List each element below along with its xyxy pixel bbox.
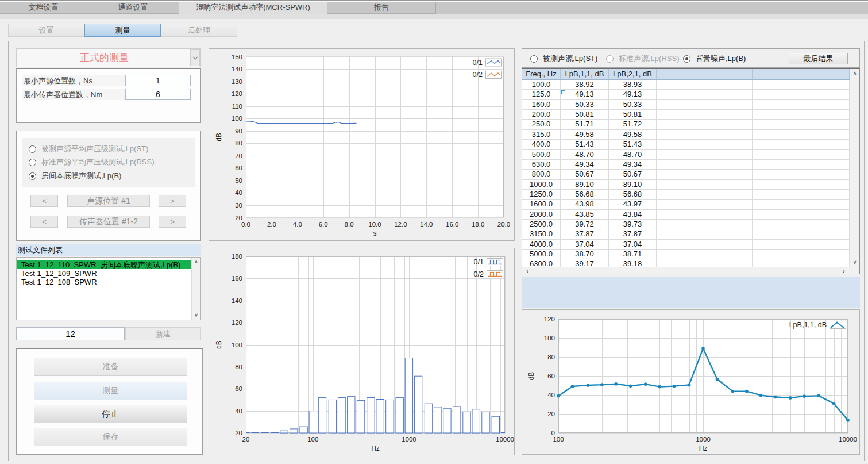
table-cell[interactable]: 51.71 [561,120,609,129]
main-tab-2[interactable]: 混响室法测试声功率(MCR-SPWR) [179,2,327,14]
table-vertical-scrollbar[interactable]: ∧ ∨ [850,69,859,267]
table-cell[interactable]: 37.04 [561,240,609,249]
min-source-positions-input[interactable]: 1 [125,75,191,86]
table-cell[interactable] [753,120,801,129]
table-cell[interactable] [705,80,753,89]
result-option-radio-1[interactable]: 标准声源,Lp(RSS) [606,54,679,63]
file-list-item-1[interactable]: Test 1_12_109_SPWR [17,269,192,278]
table-cell[interactable] [705,90,753,99]
table-cell[interactable] [657,240,705,249]
table-column-header-3[interactable] [657,69,705,79]
table-column-header-6[interactable] [801,69,850,79]
table-cell[interactable] [705,150,753,159]
table-cell[interactable]: 50.33 [609,100,657,109]
table-cell[interactable]: 50.81 [609,110,657,119]
table-cell[interactable]: 39.18 [609,259,657,267]
table-cell[interactable]: 49.13 [609,90,657,99]
table-cell[interactable] [705,140,753,149]
table-cell[interactable] [753,210,801,219]
chevron-down-icon[interactable] [190,49,200,66]
scroll-up-icon[interactable]: ∧ [850,69,859,78]
table-row[interactable]: 315.049.5849.58 [522,130,850,140]
table-cell[interactable]: 4000.0 [522,240,561,249]
table-cell[interactable]: 630.0 [522,160,561,169]
table-cell[interactable] [657,250,705,259]
table-cell[interactable] [657,130,705,139]
table-horizontal-scrollbar[interactable]: ‹ › [522,267,850,274]
table-row[interactable]: 400.051.4351.43 [522,140,850,149]
table-cell[interactable] [705,210,753,219]
main-tab-0[interactable]: 文档设置 [0,2,87,14]
table-cell[interactable]: 2000.0 [522,210,561,219]
sub-tab-1[interactable]: 测量 [84,24,161,37]
sub-tab-2[interactable]: 后处理 [161,24,237,37]
table-cell[interactable]: 49.58 [561,130,609,139]
table-cell[interactable] [657,120,705,129]
table-row[interactable]: 200.050.8150.81 [522,110,850,120]
table-cell[interactable]: 500.0 [522,150,561,159]
table-cell[interactable] [753,180,801,189]
table-cell[interactable] [801,130,850,139]
table-cell[interactable]: 49.34 [561,160,609,169]
table-cell[interactable]: 48.70 [561,150,609,159]
table-cell[interactable]: 49.34 [609,160,657,169]
result-option-radio-1-icon[interactable] [606,55,614,63]
table-row[interactable]: 250.051.7151.72 [522,120,850,129]
table-cell[interactable] [801,150,850,159]
table-cell[interactable] [705,160,753,169]
table-cell[interactable]: 315.0 [522,130,561,139]
table-cell[interactable]: 39.73 [609,220,657,229]
table-column-header-0[interactable]: Freq., Hz [522,69,561,79]
table-cell[interactable]: 49.13 [561,90,609,99]
table-cell[interactable] [753,170,801,179]
table-cell[interactable]: 39.17 [561,259,609,267]
table-cell[interactable] [801,190,850,199]
test-file-listbox[interactable]: Test 1_12_110_SPWR房间本底噪声测试,Lp(B)Test 1_1… [16,257,201,320]
table-cell[interactable] [801,240,850,249]
table-cell[interactable]: 200.0 [522,110,561,119]
table-cell[interactable]: 2500.0 [522,220,561,229]
table-cell[interactable] [753,160,801,169]
table-cell[interactable] [753,90,801,99]
table-cell[interactable] [705,130,753,139]
table-row[interactable]: 125.049.1349.13 [522,90,850,99]
source-position-button[interactable]: 声源位置 #1 [67,195,150,207]
table-row[interactable]: 1600.043.9843.97 [522,200,850,209]
test-type-radio-1-icon[interactable] [29,159,36,166]
table-cell[interactable] [753,200,801,209]
measure-button[interactable]: 测量 [34,382,187,400]
table-cell[interactable] [705,220,753,229]
mic-position-prev-button[interactable]: < [30,216,58,228]
table-cell[interactable]: 1250.0 [522,190,561,199]
test-type-radio-2-icon[interactable] [29,172,36,180]
table-cell[interactable] [657,220,705,229]
table-row[interactable]: 630.049.3449.34 [522,160,850,170]
table-cell[interactable] [657,190,705,199]
table-cell[interactable]: 51.72 [609,120,657,129]
table-cell[interactable] [753,150,801,159]
scroll-down-icon[interactable]: ∨ [850,258,859,267]
table-cell[interactable] [705,240,753,249]
table-cell[interactable] [801,180,850,189]
measurement-mode-dropdown[interactable]: 正式的测量 [16,48,201,67]
table-cell[interactable] [753,220,801,229]
table-cell[interactable]: 43.98 [561,200,609,209]
table-cell[interactable]: 43.84 [609,210,657,219]
table-cell[interactable]: 800.0 [522,170,561,179]
save-button[interactable]: 保存 [34,428,187,446]
table-cell[interactable] [657,150,705,159]
file-list-item-0[interactable]: Test 1_12_110_SPWR房间本底噪声测试,Lp(B) [17,260,192,269]
test-type-radio-0[interactable]: 被测声源平均声压级测试,Lp(ST) [29,144,148,154]
scroll-left-icon[interactable]: ‹ [523,267,531,274]
table-cell[interactable]: 89.10 [609,180,657,189]
table-cell[interactable] [801,200,850,209]
table-cell[interactable] [801,110,850,119]
table-cell[interactable] [753,240,801,249]
table-cell[interactable]: 1000.0 [522,180,561,189]
table-cell[interactable]: 125.0 [522,90,561,99]
source-position-prev-button[interactable]: < [30,195,58,207]
new-test-button[interactable]: 新建 [125,327,201,340]
table-cell[interactable]: 43.97 [609,200,657,209]
table-cell[interactable] [705,100,753,109]
table-row[interactable]: 160.050.3350.33 [522,100,850,110]
